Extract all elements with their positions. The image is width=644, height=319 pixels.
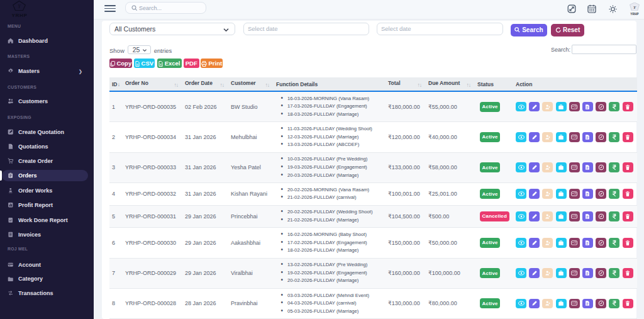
svg-text:Y: Y [18,3,21,9]
